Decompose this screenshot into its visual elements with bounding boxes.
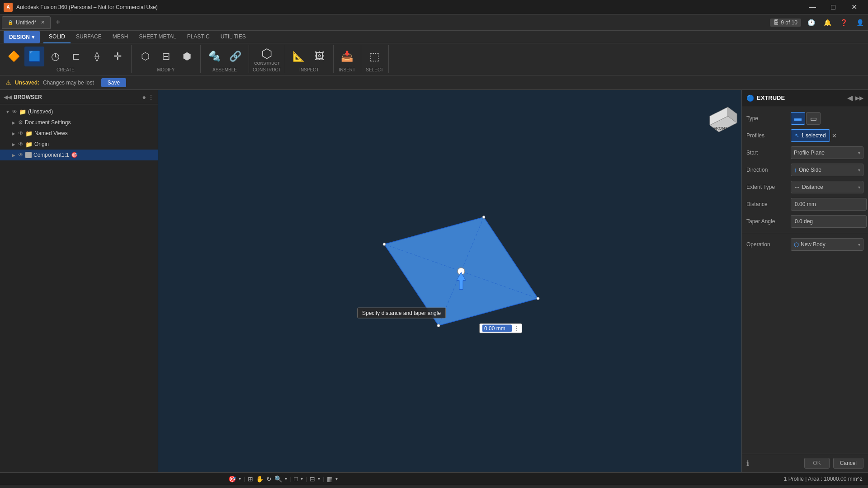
taper-input[interactable]	[791, 215, 867, 228]
browser-pin-icon[interactable]: ●	[142, 94, 146, 101]
create-btn-sweep[interactable]: ⊏	[66, 47, 86, 66]
profiles-clear-button[interactable]: ✕	[832, 132, 837, 139]
distance-text-input[interactable]	[482, 325, 512, 332]
tree-arrow-views[interactable]: ▶	[12, 131, 18, 136]
canvas[interactable]: FRONT	[158, 90, 741, 472]
assemble-btn1[interactable]: 🔩	[204, 47, 224, 66]
create-btn-revolve[interactable]: ◷	[45, 47, 65, 66]
cancel-button[interactable]: Cancel	[833, 458, 863, 469]
extrude-expand-icon[interactable]: ▶▶	[855, 95, 863, 101]
view-mode-dropdown[interactable]: ▾	[301, 476, 303, 481]
clock-icon[interactable]: 🕐	[805, 16, 817, 29]
snap-icon[interactable]: 🎯	[228, 475, 236, 483]
create-btn-extrude[interactable]: 🟦	[24, 47, 44, 66]
distance-menu-icon[interactable]: ⋮	[514, 325, 519, 332]
eye-icon-views[interactable]: 👁	[18, 130, 24, 136]
direction-select[interactable]: ↑ One Side ▾	[791, 164, 863, 176]
zoom-icon[interactable]: 🔍	[274, 475, 282, 483]
add-tab-button[interactable]: +	[52, 16, 64, 29]
save-button[interactable]: Save	[101, 78, 126, 87]
viewcube[interactable]: FRONT	[687, 94, 741, 139]
distance-input-box[interactable]: ⋮	[479, 324, 522, 333]
start-select[interactable]: Profile Plane ▾	[791, 146, 863, 159]
view-mode-icon[interactable]: □	[294, 475, 298, 483]
extent-value: Distance	[802, 184, 823, 190]
browser-item-component1[interactable]: ▶ 👁 Component1:1 🎯	[0, 150, 158, 160]
tree-arrow-unsaved[interactable]: ▼	[5, 109, 12, 114]
tree-arrow-comp[interactable]: ▶	[12, 153, 18, 158]
create-btn-move[interactable]: ✛	[108, 47, 127, 66]
tab-solid[interactable]: SOLID	[43, 31, 71, 43]
tab-sheet-metal[interactable]: SHEET METAL	[133, 31, 181, 43]
svg-point-9	[383, 243, 386, 246]
browser-item-doc-settings[interactable]: ▶ ⚙ Document Settings	[0, 117, 158, 128]
extrude-info-icon[interactable]: ℹ	[746, 459, 749, 468]
modify-btn3[interactable]: ⬢	[177, 47, 197, 66]
snap-dropdown[interactable]: ▾	[239, 476, 241, 481]
grid-icon[interactable]: ⊟	[310, 475, 315, 483]
grid-display-icon[interactable]: ⊞	[248, 475, 253, 483]
minimize-button[interactable]: —	[802, 0, 823, 14]
create-btn-loft[interactable]: ⟠	[87, 47, 107, 66]
tab-right-controls: 🗄 9 of 10 🕐 🔔 ❓ 👤	[770, 16, 866, 29]
inspect-btn2[interactable]: 🖼	[310, 47, 330, 66]
type-btn-thin[interactable]: ▭	[806, 112, 821, 125]
design-dropdown[interactable]: DESIGN ▾	[4, 31, 40, 43]
modify-group: ⬡ ⊟ ⬢ MODIFY	[132, 45, 201, 73]
browser-item-named-views[interactable]: ▶ 👁 📁 Named Views	[0, 128, 158, 139]
modify-btn1[interactable]: ⬡	[135, 47, 155, 66]
orbit-icon[interactable]: ↻	[266, 475, 272, 483]
grid-dropdown[interactable]: ▾	[318, 476, 320, 481]
shape-svg	[330, 208, 556, 353]
browser-menu-icon[interactable]: ⋮	[148, 94, 154, 101]
eye-icon-comp[interactable]: 👁	[18, 152, 24, 158]
render-icon[interactable]: ▦	[327, 475, 333, 483]
construct-btn1[interactable]: ⬡ CONSTRUCT	[255, 47, 278, 66]
profiles-value-btn[interactable]: ↖ 1 selected	[791, 129, 830, 142]
profile-selector-icon: ↖	[795, 132, 799, 139]
operation-select[interactable]: ⬡ New Body ▾	[791, 238, 863, 251]
browser-collapse-icon[interactable]: ◀◀	[4, 94, 12, 100]
type-btn-solid[interactable]: ▬	[791, 112, 805, 125]
help-icon[interactable]: ❓	[837, 16, 850, 29]
tab-surface[interactable]: SURFACE	[71, 31, 107, 43]
extent-label: Extent Type	[746, 184, 787, 190]
tree-arrow-doc[interactable]: ▶	[12, 120, 18, 125]
eye-icon-origin[interactable]: 👁	[18, 141, 24, 147]
extrude-footer: ℹ OK Cancel	[742, 454, 868, 472]
zoom-dropdown[interactable]: ▾	[285, 476, 287, 481]
create-btn-new-component[interactable]: 🔶	[4, 47, 24, 66]
main-area: ◀◀ BROWSER ● ⋮ ▼ 👁 📁 (Unsaved) ▶ ⚙ Docum…	[0, 90, 868, 472]
user-icon[interactable]: 👤	[854, 16, 866, 29]
inspect-btn1[interactable]: 📐	[289, 47, 309, 66]
browser-item-origin[interactable]: ▶ 👁 📁 Origin	[0, 139, 158, 150]
browser-label-origin: Origin	[34, 141, 49, 147]
folder-icon-views: 📁	[25, 130, 33, 137]
browser-label-component1: Component1:1	[33, 152, 69, 158]
modify-btn2[interactable]: ⊟	[156, 47, 176, 66]
render-dropdown[interactable]: ▾	[335, 476, 338, 481]
distance-input[interactable]	[791, 198, 867, 211]
start-label: Start	[746, 150, 787, 156]
close-button[interactable]: ✕	[844, 0, 864, 14]
extent-icon: ↔	[794, 183, 800, 191]
tree-arrow-origin[interactable]: ▶	[12, 142, 18, 147]
construct-label: CONSTRUCT	[253, 67, 281, 73]
eye-icon-unsaved[interactable]: 👁	[12, 108, 17, 115]
bell-icon[interactable]: 🔔	[821, 16, 834, 29]
document-tab[interactable]: 🔒 Untitled* ✕	[2, 16, 51, 29]
assemble-btn2[interactable]: 🔗	[225, 47, 245, 66]
close-tab-icon[interactable]: ✕	[41, 19, 45, 25]
pan-icon[interactable]: ✋	[256, 475, 264, 483]
tab-mesh[interactable]: MESH	[107, 31, 134, 43]
settings-icon: ⚙	[18, 119, 23, 126]
tab-utilities[interactable]: UTILITIES	[215, 31, 251, 43]
insert-btn1[interactable]: 📥	[337, 47, 357, 66]
select-btn1[interactable]: ⬚	[365, 47, 385, 66]
maximize-button[interactable]: □	[823, 0, 844, 14]
extrude-collapse-icon[interactable]: ◀	[847, 94, 853, 102]
extent-select[interactable]: ↔ Distance ▾	[791, 181, 863, 193]
ok-button[interactable]: OK	[804, 458, 829, 469]
tab-plastic[interactable]: PLASTIC	[182, 31, 215, 43]
browser-item-unsaved[interactable]: ▼ 👁 📁 (Unsaved)	[0, 106, 158, 117]
